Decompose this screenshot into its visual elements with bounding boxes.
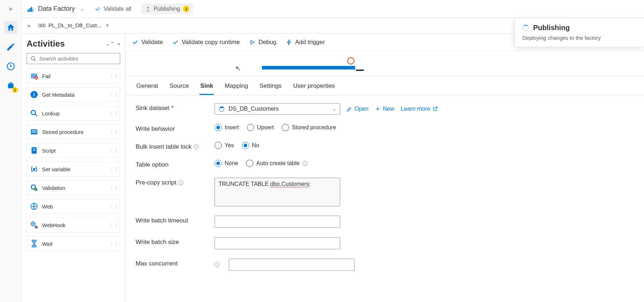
validate-all-button[interactable]: Validate all	[91, 4, 134, 14]
activity-script[interactable]: Script⋮⋮	[27, 143, 120, 158]
validate-copy-button[interactable]: Validate copy runtime	[172, 39, 240, 46]
table-option-label: Table option	[136, 160, 207, 168]
info-icon[interactable]: i	[178, 180, 183, 185]
radio-upsert[interactable]: Upsert	[247, 124, 274, 131]
database-icon	[218, 106, 225, 112]
activities-title: Activities	[27, 39, 65, 49]
cursor-icon: ↖	[235, 64, 241, 72]
radio-stored-procedure[interactable]: Stored procedure	[282, 124, 336, 131]
plus-icon	[375, 106, 381, 112]
chevron-down-icon: ⌄	[81, 6, 84, 11]
svg-rect-6	[39, 24, 41, 27]
tab-source[interactable]: Source	[169, 80, 189, 95]
write-behavior-label: Write behavior	[136, 124, 207, 133]
svg-text:i: i	[33, 92, 35, 97]
factory-icon	[27, 5, 34, 13]
activity-web[interactable]: Web⋮⋮	[27, 199, 120, 214]
tab-sink[interactable]: Sink	[199, 80, 214, 95]
canvas-connector	[356, 69, 364, 71]
canvas-handle[interactable]	[347, 57, 354, 64]
svg-rect-5	[33, 9, 34, 12]
svg-rect-7	[41, 24, 43, 27]
check-icon	[172, 39, 179, 45]
svg-point-27	[220, 106, 224, 108]
pencil-icon[interactable]	[4, 40, 17, 53]
check-icon	[94, 6, 101, 12]
write-batch-size-label: Write batch size	[136, 237, 207, 246]
search-icon	[30, 56, 36, 62]
debug-button[interactable]: Debug	[249, 39, 276, 46]
wait-icon	[30, 239, 38, 248]
tab-user-properties[interactable]: User properties	[292, 80, 335, 95]
precopy-script-input[interactable]: TRUNCATE TABLE dbo.Customers;	[215, 178, 340, 206]
validate-button[interactable]: Validate	[132, 39, 163, 46]
publishing-toast: Publishing Deploying changes to the fact…	[515, 18, 644, 47]
activity-stored-procedure[interactable]: Stored procedure⋮⋮	[27, 124, 120, 139]
tab-settings[interactable]: Settings	[259, 80, 282, 95]
activities-search[interactable]	[27, 53, 120, 64]
pipeline-canvas[interactable]: ↖	[126, 51, 644, 76]
write-batch-timeout-label: Write batch timeout	[136, 216, 207, 224]
activity-webhook[interactable]: WebHook⋮⋮	[27, 217, 120, 233]
metadata-icon: i	[30, 90, 38, 99]
radio-lock-no[interactable]: No	[242, 142, 259, 149]
activity-list: Fail⋮⋮ i Get Metadata⋮⋮ Lookup⋮⋮ Stored …	[27, 68, 120, 251]
toast-title: Publishing	[533, 24, 570, 32]
publishing-count-badge: 1	[183, 6, 189, 12]
web-icon	[30, 202, 38, 211]
editor-area: Validate Validate copy runtime Debug Add…	[126, 34, 644, 302]
publishing-button[interactable]: Publishing 1	[141, 4, 193, 14]
toast-body: Deploying changes to the factory	[522, 35, 637, 41]
brand-switcher[interactable]: Data Factory ⌄	[27, 5, 84, 13]
svg-rect-4	[31, 7, 32, 12]
brand-label: Data Factory	[38, 5, 75, 13]
new-dataset-button[interactable]: New	[375, 106, 394, 112]
home-icon[interactable]	[4, 21, 17, 34]
info-icon[interactable]: i	[215, 262, 220, 267]
chevron-down-icon: ⌄	[333, 106, 336, 111]
radio-table-auto[interactable]: Auto create table i	[246, 160, 307, 167]
info-icon[interactable]: i	[302, 161, 307, 166]
svg-rect-17	[32, 132, 37, 133]
tab-label: PL_DL_to_DB_Cust...	[48, 22, 102, 28]
activity-fail[interactable]: Fail⋮⋮	[27, 68, 120, 83]
tab-mapping[interactable]: Mapping	[224, 80, 249, 95]
write-batch-timeout-input[interactable]	[215, 216, 340, 228]
radio-lock-yes[interactable]: Yes	[215, 142, 234, 149]
activity-validation[interactable]: Validation⋮⋮	[27, 180, 120, 195]
radio-table-none[interactable]: None	[215, 160, 238, 167]
collapse-panel-icon[interactable]: «	[117, 41, 120, 47]
monitor-icon[interactable]	[4, 60, 17, 73]
bulk-lock-label: Bulk insert table lock i	[136, 142, 207, 150]
learn-more-link[interactable]: Learn more	[401, 106, 438, 112]
search-input[interactable]	[39, 56, 116, 62]
activity-wait[interactable]: Wait⋮⋮	[27, 236, 120, 251]
activity-lookup[interactable]: Lookup⋮⋮	[27, 106, 120, 121]
upload-icon	[145, 6, 151, 12]
activity-get-metadata[interactable]: i Get Metadata⋮⋮	[27, 87, 120, 102]
left-nav-rail: » 1	[0, 0, 22, 302]
top-toolbar: Data Factory ⌄ Validate all Publishing 1	[22, 0, 644, 18]
info-icon[interactable]: i	[194, 144, 199, 149]
open-dataset-button[interactable]: Open	[347, 106, 368, 112]
radio-insert[interactable]: Insert	[215, 124, 239, 131]
tab-general[interactable]: General	[136, 80, 159, 95]
external-link-icon	[432, 106, 438, 112]
close-tab-icon[interactable]: ×	[106, 22, 109, 29]
manage-icon[interactable]: 1	[4, 79, 17, 92]
pipeline-tab[interactable]: PL_DL_to_DB_Cust... ×	[35, 20, 113, 32]
sink-form: Sink dataset * DS_DB_Customers ⌄ Open	[126, 95, 644, 279]
rail-expand-icon[interactable]: »	[6, 3, 14, 15]
svg-text:x: x	[33, 167, 35, 171]
add-trigger-button[interactable]: Add trigger	[286, 39, 325, 46]
canvas-activity-bar[interactable]	[262, 66, 355, 69]
max-concurrent-input[interactable]	[229, 259, 354, 271]
sink-dataset-dropdown[interactable]: DS_DB_Customers ⌄	[215, 103, 340, 115]
activity-set-variable[interactable]: x Set variable⋮⋮	[27, 162, 120, 177]
tabs-expand-icon[interactable]: »	[25, 21, 33, 30]
collapse-all-icon[interactable]: ⌄⌃	[106, 41, 114, 47]
write-batch-size-input[interactable]	[215, 237, 340, 249]
variable-icon: x	[30, 165, 38, 173]
max-concurrent-label: Max concurrent	[136, 259, 207, 267]
svg-rect-2	[28, 9, 29, 11]
